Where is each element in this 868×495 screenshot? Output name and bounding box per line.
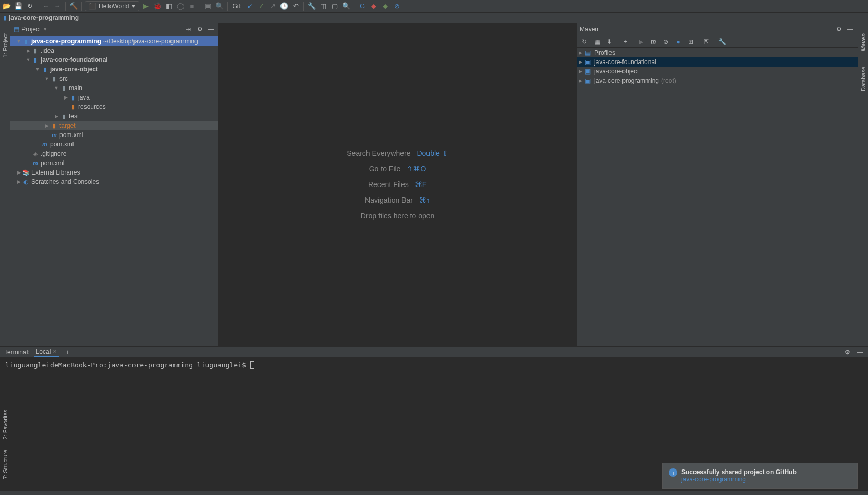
- hide-icon[interactable]: —: [855, 348, 864, 356]
- maven-item-object[interactable]: ▶ ▣ java-core-object: [577, 67, 858, 76]
- profile-icon[interactable]: ◯: [176, 2, 185, 11]
- notification-link[interactable]: java-core-programming: [681, 476, 797, 483]
- chevron-right-icon[interactable]: ▶: [16, 170, 22, 175]
- chevron-down-icon[interactable]: ▼: [25, 57, 31, 63]
- chevron-down-icon[interactable]: ▼: [43, 27, 47, 32]
- github-notification[interactable]: i Successfully shared project on GitHub …: [662, 463, 858, 489]
- tree-object[interactable]: ▼ ▮ java-core-object: [10, 65, 218, 74]
- tree-pom2[interactable]: m pom.xml: [10, 140, 218, 149]
- terminal-tab-local[interactable]: Local ✕: [34, 346, 59, 357]
- search-icon[interactable]: 🔍: [341, 2, 351, 11]
- add-icon[interactable]: +: [620, 37, 630, 46]
- maven-item-root[interactable]: ▶ ▣ java-core-programming (root): [577, 76, 858, 85]
- tree-scratches[interactable]: ▶ ◐ Scratches and Consoles: [10, 177, 218, 187]
- offline-icon[interactable]: ●: [674, 37, 683, 46]
- open-icon[interactable]: 📂: [2, 2, 11, 11]
- sdk-icon[interactable]: ▢: [330, 2, 339, 11]
- editor-area[interactable]: Search Everywhere Double ⇧ Go to File ⇧⌘…: [219, 23, 576, 346]
- show-deps-icon[interactable]: ⊞: [686, 37, 695, 46]
- close-icon[interactable]: ✕: [53, 349, 57, 354]
- plugin-icon-2[interactable]: ◆: [381, 2, 390, 11]
- project-tree[interactable]: ▼ ▮ java-core-programming ~/Desktop/java…: [10, 35, 218, 346]
- maven-tree[interactable]: ▶ ▤ Profiles ▶ ▣ java-core-foundational …: [577, 48, 858, 346]
- tree-idea[interactable]: ▶ ▮ .idea: [10, 46, 218, 55]
- tree-target[interactable]: ▶ ▮ target: [10, 121, 218, 130]
- maven-profiles[interactable]: ▶ ▤ Profiles: [577, 48, 858, 57]
- gear-icon[interactable]: ⚙: [843, 348, 851, 356]
- gear-icon[interactable]: ⚙: [835, 25, 843, 33]
- debug-icon[interactable]: 🐞: [153, 2, 162, 11]
- chevron-right-icon[interactable]: ▶: [579, 69, 585, 74]
- collapse-icon[interactable]: ⇥: [184, 25, 192, 33]
- recent-files-label: Recent Files: [368, 180, 409, 189]
- chevron-right-icon[interactable]: ▶: [25, 48, 31, 53]
- structure-tool-tab[interactable]: 7: Structure: [2, 450, 8, 479]
- hide-icon[interactable]: —: [207, 25, 215, 33]
- settings-icon[interactable]: 🔧: [717, 37, 727, 46]
- maven-tool-tab[interactable]: Maven: [860, 33, 866, 51]
- coverage-icon[interactable]: ◧: [164, 2, 174, 11]
- chevron-down-icon[interactable]: ▼: [16, 39, 22, 44]
- chevron-right-icon[interactable]: ▶: [63, 95, 69, 100]
- translate-icon[interactable]: G: [358, 2, 367, 11]
- project-tool-tab[interactable]: 1: Project: [2, 33, 8, 57]
- git-history-icon[interactable]: 🕒: [279, 2, 289, 11]
- zoom-icon[interactable]: 🔍: [215, 2, 224, 11]
- tree-src[interactable]: ▼ ▮ src: [10, 74, 218, 83]
- chevron-right-icon[interactable]: ▶: [16, 179, 22, 184]
- git-update-icon[interactable]: ↙: [245, 2, 254, 11]
- wrench-icon[interactable]: 🔧: [307, 2, 316, 11]
- maven-panel-header: Maven ⚙ —: [577, 23, 858, 35]
- tree-pom1[interactable]: m pom.xml: [10, 130, 218, 140]
- save-icon[interactable]: 💾: [14, 2, 23, 11]
- chevron-down-icon[interactable]: ▼: [53, 85, 59, 91]
- build-icon[interactable]: 🔨: [69, 2, 78, 11]
- stop-icon[interactable]: ■: [187, 2, 197, 11]
- tree-java[interactable]: ▶ ▮ java: [10, 93, 218, 102]
- run-icon[interactable]: ▶: [636, 37, 645, 46]
- gear-icon[interactable]: ⚙: [195, 25, 204, 33]
- git-commit-icon[interactable]: ✓: [256, 2, 266, 11]
- maven-item-foundational[interactable]: ▶ ▣ java-core-foundational: [577, 57, 858, 67]
- tree-foundational[interactable]: ▼ ▮ java-core-foundational: [10, 55, 218, 65]
- database-tool-tab[interactable]: Database: [860, 67, 866, 91]
- reload-icon[interactable]: ↻: [580, 37, 589, 46]
- plugin-icon-3[interactable]: ⊘: [392, 2, 401, 11]
- git-rollback-icon[interactable]: ↶: [291, 2, 300, 11]
- breadcrumb-project[interactable]: java-core-programming: [9, 14, 79, 21]
- chevron-down-icon[interactable]: ▼: [34, 67, 41, 72]
- collapse-all-icon[interactable]: ⇱: [702, 37, 711, 46]
- back-icon[interactable]: ←: [41, 2, 51, 11]
- add-terminal-button[interactable]: +: [63, 348, 71, 356]
- tree-gitignore[interactable]: ◈ .gitignore: [10, 149, 218, 158]
- structure-icon[interactable]: ◫: [319, 2, 328, 11]
- right-tool-window-bar: Maven Database: [858, 23, 868, 346]
- run-icon[interactable]: ▶: [141, 2, 151, 11]
- m-icon[interactable]: m: [649, 37, 658, 46]
- attach-icon[interactable]: ▣: [203, 2, 213, 11]
- chevron-down-icon[interactable]: ▼: [44, 76, 50, 81]
- chevron-right-icon[interactable]: ▶: [579, 50, 585, 55]
- git-push-icon[interactable]: ↗: [268, 2, 277, 11]
- project-panel-title[interactable]: Project: [21, 26, 41, 33]
- tree-main[interactable]: ▼ ▮ main: [10, 83, 218, 93]
- favorites-tool-tab[interactable]: 2: Favorites: [2, 410, 8, 439]
- chevron-right-icon[interactable]: ▶: [44, 123, 50, 128]
- run-config-dropdown[interactable]: ⬛ HelloWorld ▼: [85, 1, 139, 11]
- hide-icon[interactable]: —: [846, 25, 854, 33]
- plugin-icon-1[interactable]: ◆: [369, 2, 378, 11]
- tree-resources[interactable]: ▮ resources: [10, 102, 218, 112]
- download-icon[interactable]: ⬇: [605, 37, 614, 46]
- refresh-icon[interactable]: ↻: [25, 2, 34, 11]
- skip-tests-icon[interactable]: ⊘: [661, 37, 670, 46]
- chevron-right-icon[interactable]: ▶: [579, 59, 585, 65]
- tree-root[interactable]: ▼ ▮ java-core-programming ~/Desktop/java…: [10, 36, 218, 46]
- chevron-right-icon[interactable]: ▶: [53, 114, 59, 119]
- tree-pom3[interactable]: m pom.xml: [10, 158, 218, 168]
- tree-test[interactable]: ▶ ▮ test: [10, 112, 218, 121]
- chevron-right-icon[interactable]: ▶: [579, 78, 585, 83]
- forward-icon[interactable]: →: [53, 2, 62, 11]
- generate-icon[interactable]: ▦: [592, 37, 602, 46]
- scratch-icon: ◐: [22, 179, 30, 185]
- tree-ext-libs[interactable]: ▶ 📚 External Libraries: [10, 168, 218, 177]
